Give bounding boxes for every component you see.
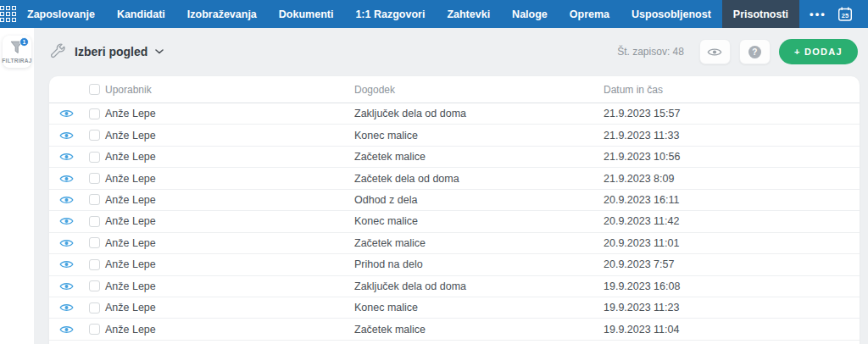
cell-event: Zaključek dela od doma [354,280,604,292]
table-row[interactable]: Anže Lepe Zaključek dela od doma 21.9.20… [49,103,860,125]
cell-event: Konec malice [354,215,604,227]
eye-icon [59,238,74,248]
nav-item[interactable]: Izobraževanja [176,0,268,28]
help-button[interactable]: ? [739,39,771,64]
row-checkbox[interactable] [89,108,100,119]
cell-datetime: 20.9.2023 11:42 [604,215,860,227]
table-row[interactable]: Anže Lepe Odhod z dela 20.9.2023 16:11 [49,190,860,211]
column-header-event[interactable]: Dogodek [354,84,604,96]
row-view-button[interactable] [59,130,74,141]
question-icon: ? [748,46,761,58]
column-header-user[interactable]: Uporabnik [105,84,354,96]
cell-event: Zaključek dela od doma [354,108,604,119]
filter-label: FILTRIRAJ [2,58,31,64]
nav-item-label: Naloge [512,8,548,20]
row-checkbox[interactable] [89,173,100,184]
filter-badge: 1 [19,37,29,47]
nav-item[interactable]: Dokumenti [268,0,345,28]
table-row[interactable]: Anže Lepe Konec malice 19.9.2023 11:23 [49,297,860,319]
cell-datetime: 21.9.2023 15:57 [604,108,860,119]
nav-item[interactable]: Oprema [559,0,620,28]
nav-item[interactable]: Zaposlovanje [16,0,106,28]
eye-icon [59,325,74,335]
cell-datetime: 19.9.2023 11:23 [604,302,860,313]
table-row[interactable]: Anže Lepe Začetek malice 20.9.2023 11:01 [49,233,860,254]
table-row[interactable]: Anže Lepe Začetek dela od doma 21.9.2023… [49,168,860,189]
eye-icon [59,152,74,162]
apps-grid-button[interactable] [0,0,16,28]
row-checkbox[interactable] [89,152,100,163]
cell-event: Prihod na delo [354,258,604,270]
filter-button[interactable]: 1 FILTRIRAJ [3,36,31,68]
eye-icon [59,259,74,269]
table-row[interactable]: Anže Lepe Začetek malice 21.9.2023 10:56 [49,147,860,168]
nav-item[interactable]: 1:1 Razgovori [344,0,436,28]
cell-datetime: 20.9.2023 7:57 [604,258,860,270]
row-view-button[interactable] [59,325,74,335]
cell-user: Anže Lepe [105,237,354,249]
table-row[interactable]: Anže Lepe Konec malice 20.9.2023 11:42 [49,211,860,232]
nav-more-button[interactable]: ••• [799,0,837,28]
nav-item-label: Kandidati [117,8,165,20]
nav-item[interactable]: Naloge [501,0,559,28]
table-row[interactable]: Anže Lepe Začetek malice 19.9.2023 11:04 [49,319,860,340]
cell-user: Anže Lepe [105,130,354,141]
cell-datetime: 21.9.2023 11:33 [604,130,860,141]
records-count: Št. zapisov: 48 [617,46,684,58]
top-nav: Zaposlovanje Kandidati Izobraževanja Dok… [0,0,868,28]
row-view-button[interactable] [59,281,74,291]
nav-item-label: Zahtevki [447,8,490,20]
row-view-button[interactable] [59,152,74,162]
row-checkbox[interactable] [89,324,100,335]
table-header: Uporabnik Dogodek Datum in čas [49,76,860,103]
select-all-checkbox[interactable] [89,84,100,95]
row-checkbox[interactable] [89,216,100,227]
preview-button[interactable] [699,39,731,64]
nav-item-label: Izobraževanja [187,8,257,20]
eye-icon [59,281,74,291]
table-row[interactable]: Anže Lepe Konec malice 21.9.2023 11:33 [49,125,860,146]
row-checkbox[interactable] [89,237,100,248]
row-view-button[interactable] [59,216,74,226]
cell-event: Konec malice [354,130,604,141]
row-view-button[interactable] [59,259,74,269]
row-view-button[interactable] [59,302,74,313]
ellipsis-icon: ••• [810,8,826,20]
nav-item[interactable]: Usposobljenost [620,0,722,28]
cell-event: Odhod z dela [354,194,604,206]
toolbar: Izberi pogled Št. zapisov: 48 ? + DODAJ [49,37,858,66]
table-row[interactable]: Anže Lepe Zaključek dela od doma 19.9.20… [49,276,860,297]
view-selector[interactable]: Izberi pogled [49,43,164,61]
column-header-datetime[interactable]: Datum in čas [604,84,860,96]
eye-icon [59,195,74,205]
nav-item[interactable]: Prisotnosti [722,0,799,28]
row-view-button[interactable] [59,174,74,184]
nav-item-label: Oprema [570,8,609,20]
eye-icon [59,302,74,313]
cell-user: Anže Lepe [105,302,354,313]
row-checkbox[interactable] [89,280,100,291]
cell-datetime: 19.9.2023 16:08 [604,280,860,292]
calendar-button[interactable]: 25 [837,6,854,23]
row-view-button[interactable] [59,238,74,248]
cell-datetime: 20.9.2023 11:01 [604,237,860,249]
eye-icon [59,130,74,141]
row-checkbox[interactable] [89,259,100,270]
add-button[interactable]: + DODAJ [779,39,858,64]
row-view-button[interactable] [59,195,74,205]
view-selector-label: Izberi pogled [75,45,147,58]
table-row[interactable]: Anže Lepe Prihod na delo 20.9.2023 7:57 [49,254,860,275]
cell-user: Anže Lepe [105,108,354,119]
cell-event: Konec malice [354,302,604,313]
cell-user: Anže Lepe [105,280,354,292]
row-view-button[interactable] [59,108,74,119]
nav-item-label: Zaposlovanje [27,8,95,20]
cell-user: Anže Lepe [105,173,354,185]
cell-datetime: 21.9.2023 8:09 [604,173,860,185]
eye-icon [707,47,722,58]
row-checkbox[interactable] [89,302,100,313]
row-checkbox[interactable] [89,130,100,141]
nav-item[interactable]: Kandidati [106,0,176,28]
row-checkbox[interactable] [89,194,100,205]
nav-item[interactable]: Zahtevki [436,0,501,28]
